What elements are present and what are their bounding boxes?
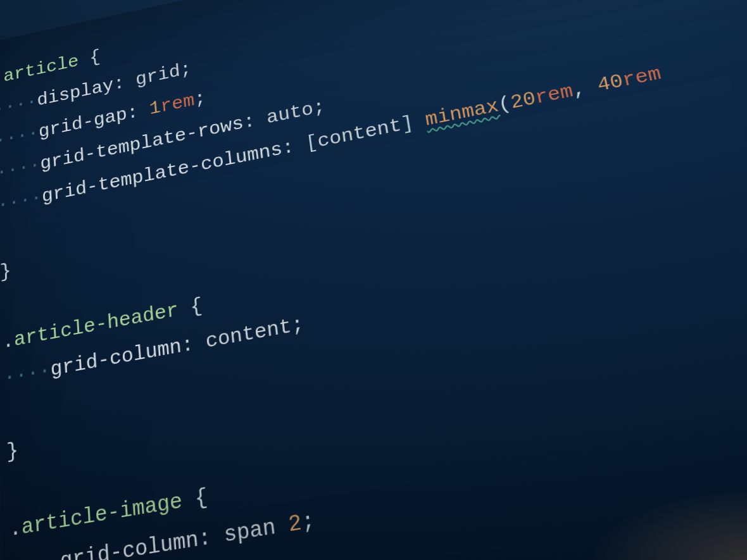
css-value: span: [223, 514, 277, 549]
code-viewport[interactable]: .article { ····display: grid; ····grid-g…: [0, 0, 747, 560]
code-editor[interactable]: 5 16 17 18 19 20 .article { ····display:…: [0, 0, 747, 560]
viewport: 5 16 17 18 19 20 .article { ····display:…: [0, 0, 747, 560]
css-value: auto: [265, 99, 315, 128]
css-value: grid: [135, 61, 181, 90]
css-unit: rem: [620, 63, 663, 92]
css-number: 20: [509, 88, 538, 114]
css-unit: rem: [533, 80, 575, 109]
css-unit: rem: [160, 90, 195, 117]
